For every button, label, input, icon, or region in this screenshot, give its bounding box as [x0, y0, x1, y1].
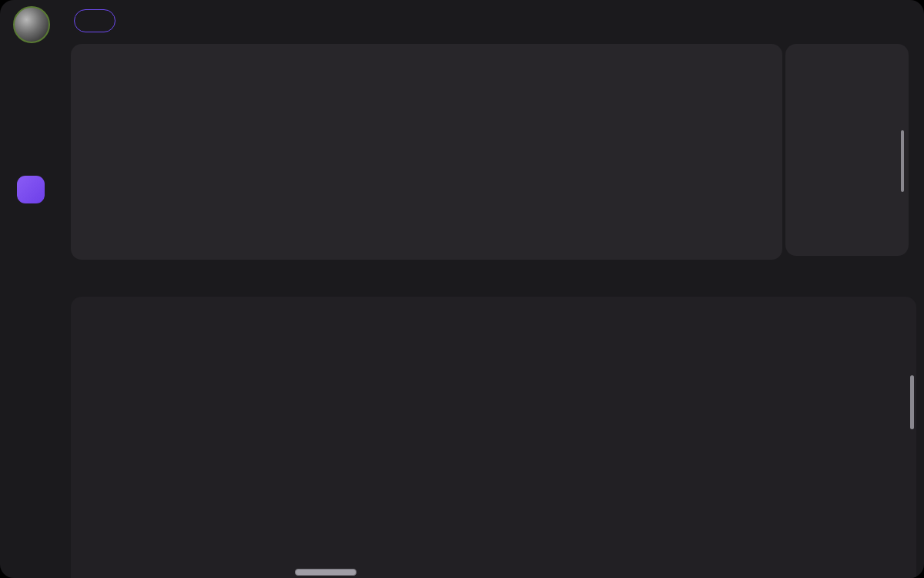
dashboard-chart-panel: [71, 44, 782, 260]
sidebar: [0, 0, 62, 578]
table-vertical-scrollbar[interactable]: [910, 375, 914, 429]
analytics-dashboard-app: [0, 0, 924, 578]
date-range-picker[interactable]: [74, 9, 116, 32]
indicators-scrollbar[interactable]: [901, 130, 904, 192]
topbar: [74, 9, 125, 32]
sidebar-item-dashboard[interactable]: [17, 176, 45, 203]
indicators-panel: [785, 44, 909, 256]
channels-table: [71, 297, 916, 578]
user-avatar[interactable]: [13, 6, 50, 43]
table-horizontal-scrollbar[interactable]: [295, 569, 357, 576]
